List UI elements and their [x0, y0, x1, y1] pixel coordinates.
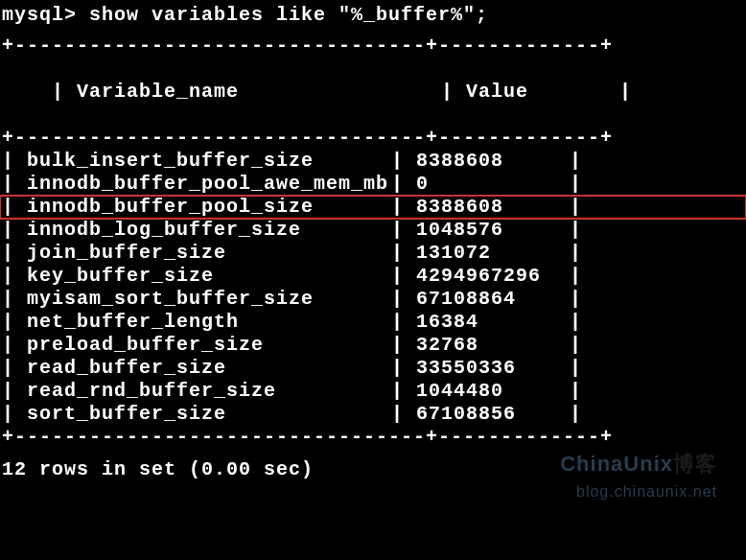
- variable-name-cell: read_rnd_buffer_size: [27, 380, 391, 403]
- variable-name-cell: bulk_insert_buffer_size: [27, 150, 391, 173]
- table-header-row: | Variable_name| Value|: [0, 58, 746, 127]
- value-cell: 32768: [416, 334, 570, 357]
- variable-name-cell: sort_buffer_size: [27, 403, 391, 426]
- table-row: | innodb_log_buffer_size| 1048576|: [0, 219, 746, 242]
- value-cell: 8388608: [416, 196, 570, 219]
- table-row: | sort_buffer_size| 67108856|: [0, 403, 746, 426]
- variable-name-cell: innodb_log_buffer_size: [27, 219, 391, 242]
- table-separator-top: +---------------------------------+-----…: [0, 35, 746, 58]
- terminal-output: mysql> show variables like "%_buffer%"; …: [0, 0, 746, 485]
- value-cell: 131072: [416, 242, 570, 265]
- variable-name-cell: read_buffer_size: [27, 357, 391, 380]
- variable-name-cell: preload_buffer_size: [27, 334, 391, 357]
- value-cell: 4294967296: [416, 265, 570, 288]
- value-cell: 67108864: [416, 288, 570, 311]
- variable-name-cell: join_buffer_size: [27, 242, 391, 265]
- variable-name-cell: net_buffer_length: [27, 311, 391, 334]
- table-row: | key_buffer_size| 4294967296|: [0, 265, 746, 288]
- variable-name-cell: innodb_buffer_pool_size: [27, 196, 391, 219]
- value-cell: 8388608: [416, 150, 570, 173]
- variable-name-cell: myisam_sort_buffer_size: [27, 288, 391, 311]
- col-header-variable: Variable_name: [77, 81, 441, 104]
- table-row: | preload_buffer_size| 32768|: [0, 334, 746, 357]
- value-cell: 1048576: [416, 219, 570, 242]
- watermark-main: ChinaUnix: [560, 452, 673, 476]
- mysql-prompt-line[interactable]: mysql> show variables like "%_buffer%";: [0, 4, 746, 35]
- table-body: | bulk_insert_buffer_size| 8388608|| inn…: [0, 150, 746, 426]
- table-row: | innodb_buffer_pool_awe_mem_mb| 0|: [0, 173, 746, 196]
- value-cell: 67108856: [416, 403, 570, 426]
- table-row: | bulk_insert_buffer_size| 8388608|: [0, 150, 746, 173]
- table-row: | net_buffer_length| 16384|: [0, 311, 746, 334]
- watermark-cn: 博客: [673, 452, 717, 476]
- col-header-value: Value: [466, 81, 619, 104]
- variable-name-cell: key_buffer_size: [27, 265, 391, 288]
- watermark: ChinaUnix博客 blog.chinaunix.net: [560, 452, 717, 502]
- table-separator-mid: +---------------------------------+-----…: [0, 127, 746, 150]
- table-separator-bottom: +---------------------------------+-----…: [0, 426, 746, 449]
- table-row: | innodb_buffer_pool_size| 8388608|: [0, 196, 746, 219]
- table-row: | join_buffer_size| 131072|: [0, 242, 746, 265]
- variable-name-cell: innodb_buffer_pool_awe_mem_mb: [27, 173, 391, 196]
- value-cell: 33550336: [416, 357, 570, 380]
- watermark-sub: blog.chinaunix.net: [576, 483, 717, 500]
- table-row: | myisam_sort_buffer_size| 67108864|: [0, 288, 746, 311]
- value-cell: 1044480: [416, 380, 570, 403]
- value-cell: 16384: [416, 311, 570, 334]
- table-row: | read_rnd_buffer_size| 1044480|: [0, 380, 746, 403]
- value-cell: 0: [416, 173, 570, 196]
- table-row: | read_buffer_size| 33550336|: [0, 357, 746, 380]
